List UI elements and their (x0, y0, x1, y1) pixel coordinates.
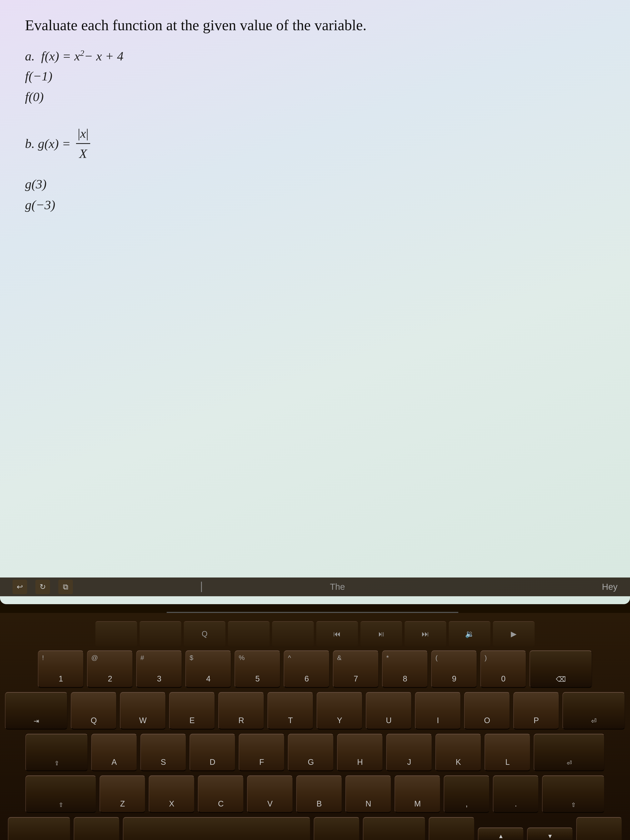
key-0[interactable]: )0 (480, 651, 526, 688)
key-comma[interactable]: , (444, 775, 489, 813)
key-shift-left[interactable]: ⇧ (25, 775, 96, 813)
problem-b-fraction: |x| X (76, 124, 90, 163)
fn-key-5[interactable] (272, 621, 314, 646)
hey-suggestion[interactable]: Hey (602, 582, 617, 592)
key-h[interactable]: H (337, 734, 383, 771)
key-delete[interactable]: ⌫ (530, 651, 592, 688)
key-k[interactable]: K (436, 734, 481, 771)
key-caps[interactable]: ⇪ (25, 734, 88, 771)
key-u[interactable]: U (366, 692, 412, 729)
fraction-numerator: |x| (76, 124, 90, 144)
key-8[interactable]: *8 (382, 651, 428, 688)
problem-a-section: a. f(x) = x2− x + 4 f(−1) f(0) (25, 46, 483, 107)
key-b[interactable]: B (296, 775, 342, 813)
key-3[interactable]: #3 (136, 651, 182, 688)
key-ctrl-right[interactable]: ctrl (363, 817, 425, 840)
number-row: !1 @2 #3 $4 %5 ^6 &7 *8 (9 )0 ⌫ (38, 651, 592, 688)
problem-b-section: b. g(x) = |x| X g(3) g(−3) (25, 124, 483, 215)
key-enter2[interactable]: ⏎ (534, 734, 605, 771)
key-o[interactable]: O (464, 692, 510, 729)
key-t[interactable]: T (267, 692, 313, 729)
fraction-denominator: X (77, 144, 89, 163)
key-s[interactable]: S (141, 734, 186, 771)
key-z[interactable]: Z (99, 775, 145, 813)
key-g[interactable]: G (288, 734, 334, 771)
key-1[interactable]: !1 (38, 651, 84, 688)
copy-button[interactable]: ⧉ (58, 579, 73, 594)
key-e[interactable]: E (169, 692, 215, 729)
space-row: ctrl alt alt ctrl ◀ ▲ ▼ ▶ (8, 817, 622, 840)
key-6[interactable]: ^6 (284, 651, 330, 688)
fn-key-2[interactable] (140, 621, 181, 646)
key-v[interactable]: V (247, 775, 293, 813)
key-i[interactable]: I (415, 692, 461, 729)
key-f[interactable]: F (239, 734, 284, 771)
key-m[interactable]: M (395, 775, 441, 813)
key-j[interactable]: J (386, 734, 432, 771)
key-n[interactable]: N (346, 775, 391, 813)
key-c[interactable]: C (198, 775, 244, 813)
key-tab[interactable]: ⇥ (5, 692, 68, 729)
key-arrow-right[interactable]: ▶ (576, 817, 622, 840)
key-enter[interactable]: ⏎ (562, 692, 625, 729)
key-q[interactable]: Q (71, 692, 117, 729)
problem-a-label: a. (25, 49, 38, 63)
key-l[interactable]: L (485, 734, 531, 771)
fn-key-vol-up[interactable]: ▶ (493, 621, 535, 646)
toolbar-center (81, 582, 322, 592)
fn-key-vol-down[interactable]: 🔉 (449, 621, 490, 646)
problem-b-eval2: g(−3) (25, 194, 483, 215)
cursor-indicator (201, 582, 202, 592)
problem-a-function: f(x) = x2− x + 4 (41, 49, 123, 63)
key-w[interactable]: W (120, 692, 166, 729)
key-p[interactable]: P (513, 692, 559, 729)
zxcv-row: ⇧ Z X C V B N M , . ⇧ (25, 775, 605, 813)
keyboard: Q ⏮ ⏯ ⏭ 🔉 ▶ !1 @2 #3 $4 %5 ^6 &7 *8 (9 )… (0, 613, 630, 840)
asdf-row: ⇪ A S D F G H J K L ⏎ (25, 734, 605, 771)
fn-key-4[interactable] (228, 621, 270, 646)
problem-b-definition: b. g(x) = |x| X (25, 124, 483, 163)
key-space[interactable] (123, 817, 310, 840)
key-7[interactable]: &7 (333, 651, 379, 688)
key-a[interactable]: A (91, 734, 137, 771)
problem-b-function-lhs: g(x) = (38, 134, 74, 153)
math-content: Evaluate each function at the given valu… (25, 17, 483, 230)
key-arrow-down[interactable]: ▼ (527, 827, 573, 840)
toolbar: ↩ ↻ ⧉ The Hey (0, 578, 630, 596)
the-text: The (330, 582, 345, 592)
key-arrow-up[interactable]: ▲ (478, 827, 524, 840)
key-4[interactable]: $4 (185, 651, 231, 688)
key-alt-right[interactable]: alt (314, 817, 360, 840)
key-r[interactable]: R (218, 692, 264, 729)
key-shift-right[interactable]: ⇧ (542, 775, 605, 813)
fn-key-1[interactable] (95, 621, 137, 646)
key-arrow-left[interactable]: ◀ (429, 817, 475, 840)
page-title: Evaluate each function at the given valu… (25, 17, 483, 34)
fn-key-row: Q ⏮ ⏯ ⏭ 🔉 ▶ (95, 621, 535, 646)
key-d[interactable]: D (189, 734, 235, 771)
screen: Evaluate each function at the given valu… (0, 0, 630, 604)
problem-a-eval1: f(−1) (25, 66, 483, 87)
fn-key-playpause[interactable]: ⏯ (360, 621, 402, 646)
key-9[interactable]: (9 (431, 651, 477, 688)
key-alt[interactable]: alt (74, 817, 120, 840)
key-2[interactable]: @2 (87, 651, 133, 688)
problem-b-eval1: g(3) (25, 174, 483, 194)
redo-button[interactable]: ↻ (35, 579, 50, 594)
problem-b-label: b. (25, 134, 38, 153)
problem-a-eval2: f(0) (25, 87, 483, 107)
key-ctrl[interactable]: ctrl (8, 817, 70, 840)
fn-key-search[interactable]: Q (184, 621, 226, 646)
fn-key-fastforward[interactable]: ⏭ (404, 621, 446, 646)
problem-a-definition: a. f(x) = x2− x + 4 (25, 46, 483, 66)
key-x[interactable]: X (149, 775, 194, 813)
key-period[interactable]: . (493, 775, 539, 813)
key-5[interactable]: %5 (235, 651, 280, 688)
undo-button[interactable]: ↩ (13, 579, 27, 594)
key-y[interactable]: Y (317, 692, 363, 729)
qwerty-row: ⇥ Q W E R T Y U I O P ⏎ (5, 692, 625, 729)
fn-key-rewind[interactable]: ⏮ (316, 621, 358, 646)
